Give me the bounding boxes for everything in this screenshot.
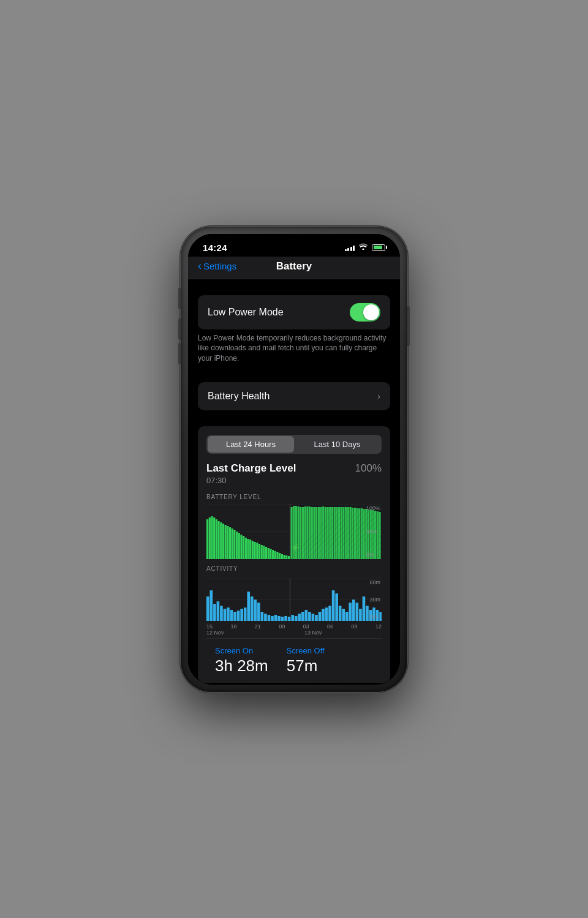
svg-rect-31 — [268, 548, 270, 559]
svg-rect-144 — [349, 603, 352, 621]
svg-rect-59 — [329, 507, 331, 559]
svg-rect-106 — [220, 606, 223, 621]
svg-rect-16 — [233, 530, 235, 559]
svg-rect-104 — [213, 604, 216, 621]
svg-rect-132 — [308, 612, 311, 621]
svg-rect-29 — [263, 546, 265, 559]
date-labels-row: 12 Nov 13 Nov — [206, 630, 382, 638]
svg-rect-48 — [304, 506, 306, 559]
chevron-right-icon: › — [377, 391, 380, 401]
charge-header: Last Charge Level 100% — [206, 462, 382, 475]
svg-rect-5 — [209, 517, 211, 559]
screen-off-item: Screen Off 57m — [287, 646, 325, 675]
svg-rect-115 — [251, 596, 254, 621]
svg-rect-14 — [229, 527, 231, 559]
svg-rect-139 — [332, 590, 335, 621]
activity-chart — [206, 578, 382, 621]
activity-y-labels: 60m 30m 0m — [369, 578, 380, 621]
svg-rect-24 — [252, 541, 254, 559]
spacer-3 — [188, 410, 400, 420]
svg-rect-68 — [349, 507, 351, 559]
svg-rect-30 — [265, 547, 267, 559]
battery-health-row[interactable]: Battery Health › — [198, 382, 390, 410]
notch — [251, 234, 337, 251]
svg-rect-137 — [325, 608, 328, 621]
tab-24h[interactable]: Last 24 Hours — [208, 436, 294, 453]
svg-rect-6 — [211, 516, 213, 559]
low-power-mode-toggle[interactable] — [350, 303, 380, 322]
svg-rect-109 — [230, 610, 233, 621]
battery-status-icon — [372, 244, 385, 251]
chevron-left-icon: ‹ — [198, 260, 202, 271]
svg-rect-125 — [284, 616, 287, 621]
svg-rect-116 — [254, 600, 257, 621]
svg-rect-21 — [245, 538, 247, 559]
svg-rect-58 — [327, 507, 329, 559]
tab-switcher[interactable]: Last 24 Hours Last 10 Days — [206, 435, 382, 454]
status-time: 14:24 — [203, 243, 227, 253]
svg-rect-141 — [339, 606, 342, 621]
svg-rect-56 — [322, 506, 324, 559]
tab-10d[interactable]: Last 10 Days — [294, 436, 380, 453]
svg-rect-134 — [315, 615, 318, 621]
svg-rect-117 — [257, 603, 260, 621]
svg-rect-49 — [306, 506, 308, 559]
svg-rect-17 — [236, 532, 238, 559]
svg-rect-103 — [210, 590, 213, 621]
svg-rect-142 — [342, 609, 345, 621]
svg-rect-36 — [279, 553, 281, 559]
svg-rect-126 — [288, 617, 291, 621]
svg-rect-28 — [261, 545, 263, 559]
screen-off-label: Screen Off — [287, 646, 325, 655]
svg-rect-135 — [318, 612, 322, 621]
svg-rect-4 — [206, 519, 208, 559]
svg-rect-13 — [227, 526, 228, 559]
svg-rect-11 — [222, 524, 224, 559]
svg-rect-133 — [312, 614, 315, 621]
screen-usage-row: Screen On 3h 28m Screen Off 57m — [206, 638, 382, 683]
svg-rect-43 — [293, 506, 295, 559]
svg-rect-143 — [345, 612, 349, 621]
svg-rect-12 — [225, 525, 227, 559]
back-button[interactable]: ‹ Settings — [198, 261, 236, 271]
svg-rect-8 — [216, 519, 217, 559]
svg-rect-146 — [356, 603, 359, 621]
svg-rect-38 — [283, 555, 285, 559]
svg-rect-114 — [247, 592, 250, 621]
svg-rect-32 — [270, 549, 271, 559]
battery-health-card[interactable]: Battery Health › — [198, 382, 390, 410]
svg-rect-35 — [276, 552, 278, 559]
nav-bar: ‹ Settings Battery — [188, 257, 400, 279]
svg-rect-54 — [318, 507, 320, 559]
svg-rect-130 — [301, 612, 304, 621]
screen-on-label: Screen On — [215, 646, 268, 655]
svg-rect-147 — [359, 609, 362, 621]
svg-rect-66 — [345, 507, 347, 559]
svg-rect-129 — [298, 614, 301, 621]
battery-y-labels: 100% 50% 0% — [366, 504, 380, 559]
svg-rect-22 — [247, 539, 249, 559]
svg-rect-105 — [217, 601, 220, 621]
screen-on-item: Screen On 3h 28m — [215, 646, 268, 675]
signal-icon — [345, 244, 355, 251]
svg-rect-112 — [240, 609, 243, 621]
low-power-description: Low Power Mode temporarily reduces backg… — [188, 329, 400, 371]
low-power-mode-row[interactable]: Low Power Mode — [198, 295, 390, 329]
battery-chart-wrapper: ⚡ — [206, 504, 382, 559]
charge-time: 07:30 — [206, 476, 382, 485]
low-power-mode-label: Low Power Mode — [208, 307, 284, 318]
svg-rect-148 — [363, 596, 366, 621]
svg-rect-128 — [295, 616, 298, 621]
battery-health-label: Battery Health — [208, 391, 270, 402]
wifi-icon — [359, 243, 368, 252]
screen-content[interactable]: 14:24 — [188, 234, 400, 685]
screen-off-value: 57m — [287, 657, 325, 675]
svg-rect-27 — [258, 544, 260, 559]
activity-label: ACTIVITY — [206, 565, 382, 572]
phone-device: 14:24 — [181, 227, 407, 692]
activity-chart-wrapper: 60m 30m 0m — [206, 578, 382, 621]
svg-rect-18 — [238, 533, 240, 559]
svg-rect-118 — [261, 612, 264, 621]
charge-percent: 100% — [355, 462, 382, 475]
phone-screen: 14:24 — [188, 234, 400, 685]
